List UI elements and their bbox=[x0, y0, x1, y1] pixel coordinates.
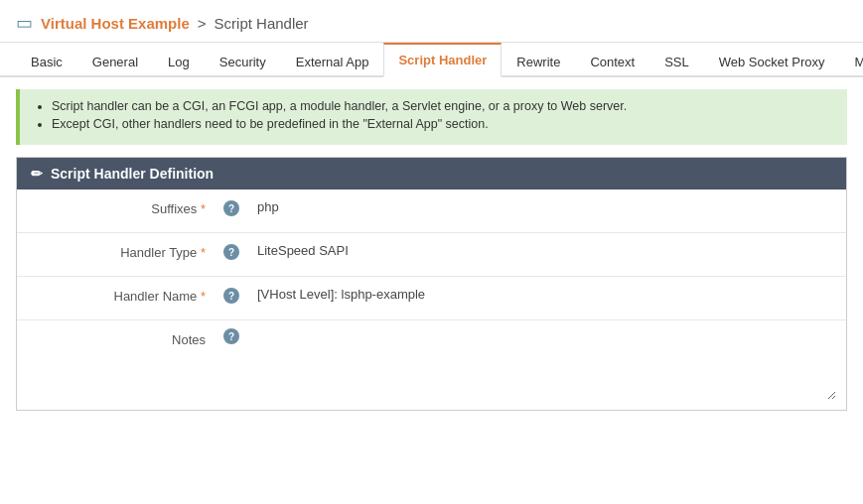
help-icon-handler-type[interactable]: ? bbox=[223, 244, 239, 260]
suffixes-text: php bbox=[257, 199, 279, 214]
tab-context[interactable]: Context bbox=[575, 46, 649, 77]
label-handler-type: Handler Type * bbox=[17, 233, 216, 272]
field-row-notes: Notes ? bbox=[17, 320, 846, 410]
tab-basic[interactable]: Basic bbox=[16, 46, 77, 77]
field-row-suffixes: Suffixes * ? php bbox=[17, 189, 846, 233]
tab-log[interactable]: Log bbox=[153, 46, 205, 77]
breadcrumb-sub: Script Handler bbox=[215, 15, 309, 32]
value-handler-type: LiteSpeed SAPI bbox=[247, 233, 846, 268]
edit-icon: ✏ bbox=[31, 166, 43, 182]
required-marker: * bbox=[201, 289, 206, 304]
field-row-handler-name: Handler Name * ? [VHost Level]: lsphp-ex… bbox=[17, 277, 846, 320]
tab-general[interactable]: General bbox=[77, 46, 153, 77]
info-box: Script handler can be a CGI, an FCGI app… bbox=[16, 89, 847, 145]
help-handler-type[interactable]: ? bbox=[216, 233, 247, 260]
value-notes[interactable] bbox=[247, 320, 846, 410]
tab-security[interactable]: Security bbox=[205, 46, 281, 77]
form-body: Suffixes * ? php Handler Type * ? LiteSp… bbox=[17, 189, 846, 410]
help-notes: ? bbox=[216, 320, 247, 344]
tab-modules[interactable]: Modules bbox=[839, 46, 863, 77]
required-marker: * bbox=[201, 201, 206, 216]
label-notes: Notes bbox=[17, 320, 216, 359]
field-row-handler-type: Handler Type * ? LiteSpeed SAPI bbox=[17, 233, 846, 277]
required-marker: * bbox=[201, 245, 206, 260]
value-suffixes: php bbox=[247, 189, 846, 224]
notes-textarea[interactable] bbox=[257, 330, 836, 400]
script-handler-section: ✏ Script Handler Definition Suffixes * ?… bbox=[16, 157, 847, 411]
info-line-2: Except CGI, other handlers need to be pr… bbox=[52, 117, 833, 131]
vhost-icon: ▭ bbox=[16, 12, 33, 34]
help-handler-name[interactable]: ? bbox=[216, 277, 247, 304]
help-icon-suffixes[interactable]: ? bbox=[223, 200, 239, 216]
help-icon-notes[interactable]: ? bbox=[223, 328, 239, 344]
page-header: ▭ Virtual Host Example > Script Handler bbox=[0, 0, 863, 43]
tab-ssl[interactable]: SSL bbox=[649, 46, 704, 77]
label-handler-name: Handler Name * bbox=[17, 277, 216, 315]
handler-type-text: LiteSpeed SAPI bbox=[257, 243, 349, 258]
tab-rewrite[interactable]: Rewrite bbox=[502, 46, 575, 77]
section-title: Script Handler Definition bbox=[51, 166, 214, 182]
label-suffixes: Suffixes * bbox=[17, 189, 216, 228]
tab-web-socket-proxy[interactable]: Web Socket Proxy bbox=[704, 46, 840, 77]
info-line-1: Script handler can be a CGI, an FCGI app… bbox=[52, 99, 833, 113]
tab-script-handler[interactable]: Script Handler bbox=[383, 43, 502, 77]
handler-name-text: [VHost Level]: lsphp-example bbox=[257, 287, 425, 302]
tab-external-app[interactable]: External App bbox=[281, 46, 384, 77]
section-header: ✏ Script Handler Definition bbox=[17, 158, 846, 189]
help-suffixes[interactable]: ? bbox=[216, 189, 247, 216]
page-title: Virtual Host Example bbox=[41, 15, 190, 32]
tab-navigation: Basic General Log Security External App … bbox=[0, 43, 863, 77]
help-icon-handler-name[interactable]: ? bbox=[223, 288, 239, 304]
value-handler-name: [VHost Level]: lsphp-example bbox=[247, 277, 846, 312]
breadcrumb-separator: > bbox=[198, 15, 207, 32]
